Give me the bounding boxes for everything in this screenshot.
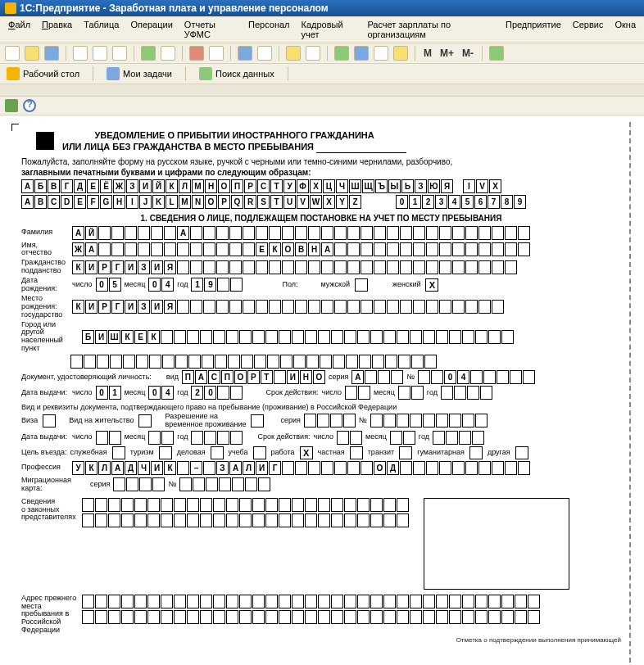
cut-icon[interactable] [73,46,88,61]
stamp-box [424,498,569,590]
menu-payroll[interactable]: Расчет зарплаты по организациям [362,18,499,41]
chk-study[interactable] [253,446,266,459]
tab-bar [0,84,644,97]
footnote: Отметка о подтверждении выполнения прини… [21,636,621,644]
document-area: УВЕДОМЛЕНИЕ О ПРИБЫТИИ ИНОСТРАННОГО ГРАЖ… [0,115,644,663]
chk-other[interactable] [515,446,528,459]
row-citizenship: Гражданство подданство КИРГИЗИЯ [21,259,621,275]
print-icon[interactable] [141,46,156,61]
chk-trans[interactable] [399,446,412,459]
desktop-icon [7,67,20,80]
calendar-icon[interactable] [354,46,369,61]
calc-icon[interactable] [334,46,349,61]
residency-doc-label: Вид и реквизиты документа, подтверждающе… [21,403,621,411]
save-icon[interactable] [44,46,59,61]
menu-service[interactable]: Сервис [568,18,609,41]
menu-hr[interactable]: Кадровый учет [297,18,361,41]
menu-table[interactable]: Таблица [79,18,124,41]
tasks-button[interactable]: Мои задачи [107,67,172,80]
row-prevaddr: Адрес прежнего места пребывания в Россий… [21,595,621,635]
mail-icon[interactable] [5,99,18,112]
help-icon[interactable] [23,99,36,112]
new-icon[interactable] [5,46,20,61]
row-migcard: Миграционная карта: серия № [21,477,621,493]
preview-icon[interactable] [161,46,175,61]
row-repinfo: Сведения о законных представителях [21,498,621,590]
section1-title: 1. СВЕДЕНИЯ О ЛИЦЕ, ПОДЛЕЖАЩЕМ ПОСТАНОВК… [21,214,621,223]
menu-enterprise[interactable]: Предприятие [501,18,566,41]
chk-hum[interactable] [469,446,483,459]
app-logo-icon [5,2,16,14]
menu-operations[interactable]: Операции [125,18,177,41]
sample-cyrillic: АБВГДЕЁЖЗИЙКЛМНОПРСТУФХЦЧШЩЪЫЬЗЮЯIVX [21,179,621,193]
chk-tour[interactable] [159,446,172,459]
window-title: 1С:Предприятие - Заработная плата и упра… [20,2,329,14]
chk-work[interactable]: X [300,446,313,459]
mem-m[interactable]: M [422,48,433,59]
find-icon[interactable] [238,46,252,61]
row-issuedate: Дата выдачи: число01 месяц04 год20 Срок … [21,386,621,400]
checkbox-temp[interactable] [251,414,264,428]
form-page: УВЕДОМЛЕНИЕ О ПРИБЫТИИ ИНОСТРАННОГО ГРАЖ… [8,122,631,663]
redo-icon[interactable] [209,46,224,61]
mem-mminus[interactable]: M- [460,48,475,59]
paste-icon[interactable] [112,46,127,61]
checkbox-male[interactable] [355,278,368,292]
tool-icon[interactable] [374,46,388,61]
row-profession: Профессия УКЛАДЧИК–ЗАЛИГОД [21,461,621,475]
search-button[interactable]: Поиск данных [199,67,274,80]
search-icon [199,67,212,80]
copy-icon[interactable] [93,46,107,61]
settings-icon[interactable] [489,46,504,61]
open-icon[interactable] [25,46,39,61]
instructions: Пожалуйста, заполняйте форму на русском … [21,156,621,178]
row-surname: Фамилия АЙА [21,226,621,240]
form-title: УВЕДОМЛЕНИЕ О ПРИБЫТИИ ИНОСТРАННОГО ГРАЖ… [62,130,406,153]
crop-mark-icon [11,124,19,131]
row-city2 [70,355,621,369]
tool2-icon[interactable] [393,46,408,61]
checkbox-female[interactable]: X [425,278,438,292]
marker-box-icon [36,132,54,150]
zoom-out-icon[interactable] [306,46,320,61]
menu-personnel[interactable]: Персонал [243,18,295,41]
chk-priv[interactable] [350,446,363,459]
zoom-in-icon[interactable] [286,46,301,61]
menu-file[interactable]: Файл [3,18,35,41]
nav-toolbar: Рабочий стол Мои задачи Поиск данных [0,64,644,84]
row-name: Имя, отчество ЖАЕКОВНА [21,242,621,258]
row-purpose: Цель въезда: служебная туризм деловая уч… [21,446,621,459]
sample-latin: ABCDEFGHIJKLMNOPQRSTUVWXYZ0123456789 [21,195,621,209]
row-city: Город или другой населенный пункт БИШКЕК [21,321,621,354]
main-toolbar: M M+ M- [0,43,644,64]
status-toolbar [0,97,644,115]
checkbox-residence[interactable] [138,414,152,428]
tasks-icon [107,67,120,80]
menu-ufms[interactable]: Отчеты УФМС [179,18,242,41]
menu-edit[interactable]: Правка [37,18,77,41]
row-birthdate: Дата рождения: число 05 месяц 04 год 19 … [21,277,621,293]
chk-service[interactable] [112,446,125,459]
main-menu: Файл Правка Таблица Операции Отчеты УФМС… [0,16,644,43]
undo-icon[interactable] [189,46,204,61]
row-birthplace: Место рождения: государство КИРГИЗИЯ [21,295,621,319]
checkbox-visa[interactable] [43,414,56,428]
chk-biz[interactable] [211,446,224,459]
row-iddoc: Документ, удостоверяющий личность: вид П… [21,370,621,384]
window-titlebar: 1С:Предприятие - Заработная плата и упра… [0,0,644,16]
row-resdates: Дата выдачи: число месяц год Срок действ… [21,431,621,445]
row-residency: Виза Вид на жительство Разрешение на вре… [21,413,621,429]
menu-windows[interactable]: Окна [610,18,641,41]
replace-icon[interactable] [257,46,272,61]
mem-mplus[interactable]: M+ [438,48,456,59]
desktop-button[interactable]: Рабочий стол [7,67,79,80]
